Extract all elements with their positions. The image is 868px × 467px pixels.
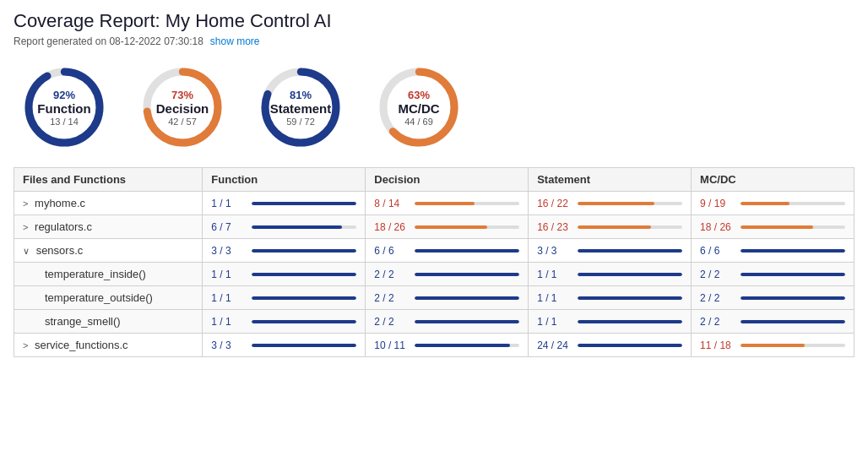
fraction-text: 1 / 1	[537, 292, 572, 304]
bar-fill	[415, 273, 519, 276]
bar-fill	[252, 296, 356, 300]
mcdc-cell: 2 / 2	[692, 263, 854, 286]
fraction-text: 11 / 18	[700, 339, 735, 351]
bar-track	[252, 202, 356, 205]
bar-track	[578, 249, 682, 253]
function-cell: 3 / 3	[203, 334, 366, 357]
bar-fill	[415, 296, 519, 300]
file-name: service_functions.c	[35, 339, 128, 351]
decision-cell: 2 / 2	[366, 263, 529, 286]
bar-track	[741, 320, 845, 323]
bar-cell: 6 / 6	[374, 245, 519, 257]
bar-cell: 3 / 3	[211, 339, 356, 351]
bar-cell: 1 / 1	[537, 316, 682, 328]
fraction-text: 1 / 1	[537, 269, 572, 280]
statement-cell: 1 / 1	[529, 263, 692, 286]
bar-cell: 2 / 2	[374, 292, 519, 304]
bar-cell: 6 / 6	[700, 245, 845, 257]
bar-cell: 11 / 18	[700, 339, 845, 351]
mcdc-cell: 2 / 2	[692, 310, 854, 334]
statement-cell: 16 / 23	[529, 215, 692, 239]
bar-fill	[252, 273, 356, 276]
bar-fill	[578, 225, 651, 229]
bar-track	[741, 273, 845, 276]
bar-cell: 1 / 1	[211, 316, 356, 328]
coverage-table: Files and Functions Function Decision St…	[14, 167, 854, 357]
donut-decision: 73% Decision 42 / 57	[132, 61, 233, 154]
fraction-text: 6 / 6	[700, 245, 735, 257]
function-cell: 1 / 1	[203, 263, 366, 286]
bar-track	[578, 202, 682, 205]
bar-fill	[252, 344, 356, 347]
bar-cell: 1 / 1	[537, 292, 682, 304]
bar-cell: 16 / 22	[537, 198, 682, 209]
expand-button[interactable]: >	[23, 340, 28, 350]
svg-point-1	[29, 72, 100, 143]
bar-fill	[741, 202, 789, 205]
fraction-text: 3 / 3	[211, 339, 247, 351]
table-row: > service_functions.c 3 / 3 10 / 11 24 /…	[14, 334, 854, 357]
bar-cell: 2 / 2	[700, 316, 845, 328]
mcdc-cell: 2 / 2	[692, 286, 854, 310]
expand-button[interactable]: >	[23, 222, 28, 232]
file-name-cell: ∨ sensors.c	[14, 239, 203, 263]
table-row: > regulators.c 6 / 7 18 / 26 16 / 23 18 …	[14, 215, 854, 239]
decision-cell: 2 / 2	[366, 286, 529, 310]
file-name-cell: temperature_inside()	[14, 263, 203, 286]
mcdc-cell: 6 / 6	[692, 239, 854, 263]
bar-fill	[741, 249, 845, 253]
bar-fill	[415, 225, 486, 229]
expand-button[interactable]: ∨	[23, 246, 30, 257]
bar-cell: 24 / 24	[537, 339, 682, 351]
bar-track	[741, 344, 845, 347]
bar-fill	[741, 273, 845, 276]
bar-cell: 1 / 1	[211, 269, 356, 280]
bar-track	[741, 225, 845, 229]
donut-mcdc: 63% MC/DC 44 / 69	[368, 61, 469, 154]
show-more-link[interactable]: show more	[210, 35, 260, 47]
bar-fill	[415, 249, 519, 253]
bar-cell: 18 / 26	[374, 221, 519, 233]
bar-fill	[415, 202, 475, 205]
col-header-function: Function	[203, 168, 366, 192]
col-header-files: Files and Functions	[14, 168, 203, 192]
function-cell: 3 / 3	[203, 239, 366, 263]
fraction-text: 2 / 2	[374, 269, 410, 280]
bar-track	[415, 320, 519, 323]
file-name: regulators.c	[35, 220, 92, 233]
statement-cell: 1 / 1	[529, 310, 692, 334]
file-name: temperature_inside()	[45, 268, 146, 280]
decision-cell: 18 / 26	[366, 215, 529, 239]
bar-track	[252, 249, 356, 253]
file-name-cell: > service_functions.c	[14, 334, 203, 357]
table-row: temperature_outside() 1 / 1 2 / 2 1 / 1 …	[14, 286, 854, 310]
table-header: Files and Functions Function Decision St…	[14, 168, 854, 192]
col-header-mcdc: MC/DC	[692, 168, 854, 192]
bar-cell: 2 / 2	[700, 292, 845, 304]
bar-cell: 2 / 2	[700, 269, 845, 280]
bar-fill	[741, 296, 845, 300]
bar-cell: 16 / 23	[537, 221, 682, 233]
bar-fill	[252, 249, 356, 253]
function-cell: 1 / 1	[203, 286, 366, 310]
fraction-text: 6 / 6	[374, 245, 410, 257]
fraction-text: 2 / 2	[700, 269, 735, 280]
fraction-text: 2 / 2	[374, 292, 410, 304]
bar-track	[578, 296, 682, 300]
bar-track	[252, 273, 356, 276]
file-name: sensors.c	[36, 244, 84, 257]
bar-fill	[578, 273, 682, 276]
charts-row: 92% Function 13 / 14 73% Decision 42 / 5…	[14, 61, 854, 154]
function-cell: 6 / 7	[203, 215, 366, 239]
function-cell: 1 / 1	[203, 192, 366, 215]
bar-track	[741, 249, 845, 253]
bar-cell: 1 / 1	[211, 198, 356, 209]
bar-fill	[741, 320, 845, 323]
decision-cell: 8 / 14	[366, 192, 529, 215]
expand-button[interactable]: >	[23, 198, 28, 209]
page-title: Coverage Report: My Home Control AI	[14, 10, 854, 32]
decision-cell: 6 / 6	[366, 239, 529, 263]
file-name: strange_smell()	[45, 315, 121, 328]
statement-cell: 24 / 24	[529, 334, 692, 357]
file-name-cell: strange_smell()	[14, 310, 203, 334]
